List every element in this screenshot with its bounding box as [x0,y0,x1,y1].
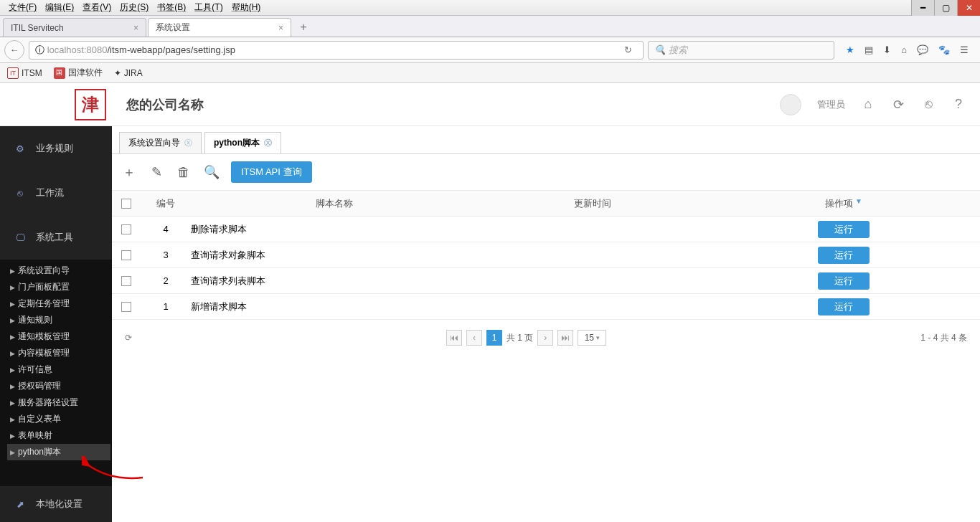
tab-setup-wizard[interactable]: 系统设置向导ⓧ [119,132,202,153]
tree-item-server-path[interactable]: ▶服务器路径设置 [7,394,110,411]
col-time-header[interactable]: 更新时间 [478,197,707,210]
tree-label: 授权码管理 [18,380,61,392]
last-page-button[interactable]: ⏭ [557,330,573,346]
url-input[interactable]: ⓘ localhost:8080/itsm-webapp/pages/setti… [29,41,644,60]
search-icon: 🔍 [654,44,666,55]
tree-label: 通知模板管理 [18,331,70,343]
browser-search-input[interactable]: 🔍 搜索 [648,41,834,60]
row-checkbox[interactable] [121,250,131,260]
chevron-down-icon: ▾ [596,334,600,341]
select-all-checkbox[interactable] [121,199,131,209]
tree-item-custom-form[interactable]: ▶自定义表单 [7,411,110,427]
refresh-icon[interactable]: ⟳ [891,98,905,112]
menu-edit[interactable]: 编辑(E) [41,1,78,14]
delete-icon[interactable]: 🗑 [176,165,191,180]
menu-help[interactable]: 帮助(H) [227,1,265,14]
row-checkbox[interactable] [121,302,131,312]
browser-tab[interactable]: 系统设置 × [148,18,291,37]
home-icon[interactable]: ⌂ [861,98,875,112]
cell-id: 2 [141,275,191,286]
tree-item-python-script[interactable]: ▶python脚本 [7,444,110,460]
close-icon[interactable]: ⓧ [264,138,272,148]
tree-item-scheduled-tasks[interactable]: ▶定期任务管理 [7,295,110,312]
menu-history[interactable]: 历史(S) [116,1,153,14]
back-button[interactable]: ← [4,40,24,60]
run-button[interactable]: 运行 [818,221,870,238]
close-tab-icon[interactable]: × [133,23,138,33]
jira-icon: ✦ [114,68,121,78]
run-button[interactable]: 运行 [818,247,870,264]
tree-label: 自定义表单 [18,413,61,425]
table-row: 2 查询请求列表脚本 运行 [112,268,980,294]
edit-icon[interactable]: ✎ [149,164,164,180]
tree-item-form-mapping[interactable]: ▶表单映射 [7,427,110,444]
tree-item-setup-wizard[interactable]: ▶系统设置向导 [7,262,110,279]
sidebar-item-label: 本地化设置 [36,498,83,511]
sidebar-item-label: 业务规则 [36,142,73,155]
help-icon[interactable]: ? [951,98,966,112]
logo-icon: 津 [75,89,106,120]
reload-icon[interactable]: ↻ [618,44,637,55]
sidebar-item-localization[interactable]: ⬈本地化设置 [0,486,112,522]
bookmark-item[interactable]: ✦JIRA [114,68,143,78]
refresh-icon[interactable]: ⟳ [125,333,132,343]
tree-item-license[interactable]: ▶许可信息 [7,361,110,378]
new-tab-button[interactable]: + [293,18,314,37]
run-button[interactable]: 运行 [818,298,870,315]
search-placeholder: 搜索 [669,44,687,57]
next-page-button[interactable]: › [537,330,553,346]
tree-label: 服务器路径设置 [18,397,78,409]
cell-id: 4 [141,224,191,234]
browser-menubar: 文件(F) 编辑(E) 查看(V) 历史(S) 书签(B) 工具(T) 帮助(H… [0,0,980,16]
col-op-header[interactable]: 操作项▼ [707,197,980,210]
window-minimize-button[interactable]: ━ [911,0,934,16]
tree-item-portal-panel[interactable]: ▶门户面板配置 [7,279,110,295]
tab-python-script[interactable]: python脚本ⓧ [204,132,281,153]
triangle-icon: ▶ [10,350,15,357]
browser-tab[interactable]: ITIL Servitech × [3,18,146,37]
bookmark-item[interactable]: ITITSM [7,67,42,79]
run-button[interactable]: 运行 [818,272,870,290]
api-query-button[interactable]: ITSM API 查询 [231,161,312,183]
chat-icon[interactable]: 💬 [917,44,928,55]
first-page-button[interactable]: ⏮ [446,330,462,346]
menu-file[interactable]: 文件(F) [4,1,41,14]
sidebar-item-workflow[interactable]: ⎋工作流 [0,171,112,215]
browser-toolbar-icons: ★ ▤ ⬇ ⌂ 💬 🐾 ☰ [839,44,976,55]
tree-item-notify-templates[interactable]: ▶通知模板管理 [7,328,110,345]
download-icon[interactable]: ⬇ [883,44,891,55]
window-maximize-button[interactable]: ▢ [934,0,957,16]
col-id-header[interactable]: 编号 [141,197,191,210]
home-icon[interactable]: ⌂ [901,44,907,55]
tree-item-content-templates[interactable]: ▶内容模板管理 [7,345,110,361]
menu-view[interactable]: 查看(V) [78,1,116,14]
sidebar-item-business-rules[interactable]: ⚙业务规则 [0,126,112,171]
current-page[interactable]: 1 [486,330,502,346]
menu-icon[interactable]: ☰ [960,44,969,55]
tree-item-notify-rules[interactable]: ▶通知规则 [7,312,110,328]
col-name-header[interactable]: 脚本名称 [191,197,478,210]
bookmark-item[interactable]: 国国津软件 [54,67,103,79]
library-icon[interactable]: ▤ [864,44,873,55]
row-checkbox[interactable] [121,224,131,234]
page-size-value: 15 [585,333,594,343]
add-icon[interactable]: ＋ [122,163,136,181]
logout-icon[interactable]: ⎋ [921,98,936,112]
page-size-select[interactable]: 15▾ [578,330,606,346]
tab-label: python脚本 [214,137,260,149]
sidebar-item-system-tools[interactable]: 🖵系统工具 [0,215,112,260]
window-close-button[interactable]: ✕ [957,0,980,16]
close-icon[interactable]: ⓧ [184,138,192,148]
row-checkbox[interactable] [121,276,131,286]
tab-label: 系统设置向导 [128,137,180,149]
total-pages-label: 共 1 页 [507,332,533,344]
close-tab-icon[interactable]: × [278,23,283,33]
tree-item-auth-code[interactable]: ▶授权码管理 [7,378,110,394]
menu-bookmarks[interactable]: 书签(B) [153,1,190,14]
menu-tools[interactable]: 工具(T) [190,1,227,14]
search-icon[interactable]: 🔍 [204,164,218,180]
prev-page-button[interactable]: ‹ [466,330,482,346]
addon-icon[interactable]: 🐾 [938,44,950,55]
bookmark-star-icon[interactable]: ★ [846,44,854,55]
avatar[interactable] [780,94,801,115]
